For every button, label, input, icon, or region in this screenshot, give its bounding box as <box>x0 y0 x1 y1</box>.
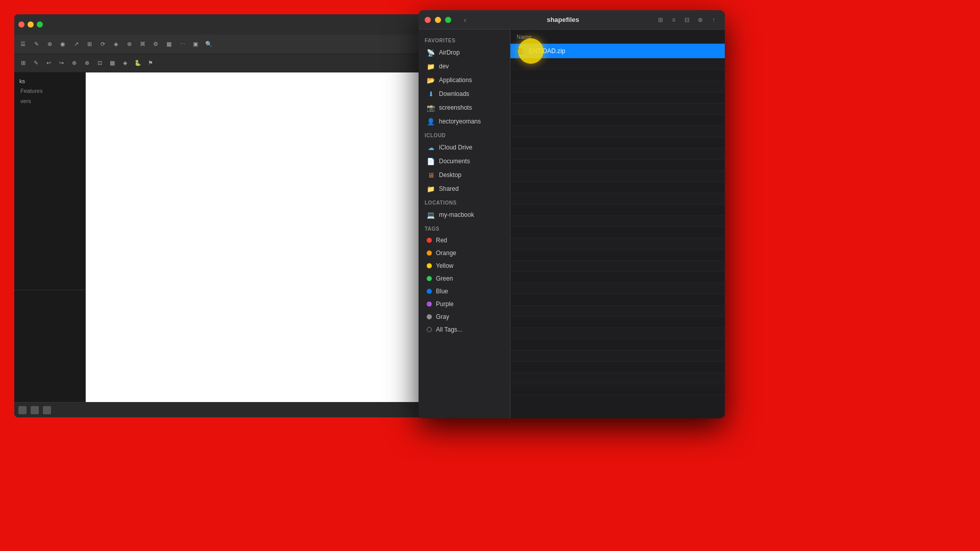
icloud-drive-icon: ☁ <box>427 143 435 152</box>
editor-content-area: ks Features vers <box>14 72 423 402</box>
sidebar-item-documents[interactable]: 📄 Documents <box>421 155 508 168</box>
sidebar-item-tag-red[interactable]: Red <box>421 234 508 246</box>
sidebar-item-icloud-drive[interactable]: ☁ iCloud Drive <box>421 141 508 154</box>
sidebar-item-user[interactable]: 👤 hectoryeomans <box>421 115 508 128</box>
toolbar-icon-14[interactable]: ▣ <box>190 39 201 50</box>
toolbar-b-3[interactable]: ↩ <box>43 58 54 69</box>
status-icon-2[interactable] <box>31 406 39 414</box>
stripe-row-19 <box>510 261 725 272</box>
toolbar-icon-6[interactable]: ⊞ <box>84 39 95 50</box>
stripe-row-21 <box>510 283 725 294</box>
toolbar-b-5[interactable]: ⊕ <box>68 58 80 69</box>
finder-back-button[interactable]: ‹ <box>459 14 471 26</box>
finder-file-list[interactable]: 🗜 ENTIDAD.zip <box>510 44 725 418</box>
finder-minimize-button[interactable] <box>435 17 441 23</box>
red-tag-label: Red <box>436 237 447 244</box>
purple-tag-dot <box>427 302 432 307</box>
stripe-row-29 <box>510 373 725 384</box>
sidebar-item-tag-purple[interactable]: Purple <box>421 298 508 310</box>
sidebar-item-tag-gray[interactable]: Gray <box>421 311 508 323</box>
toolbar-icon-1[interactable]: ☰ <box>17 39 29 50</box>
maximize-button[interactable] <box>37 21 43 28</box>
sidebar-item-desktop[interactable]: 🖥 Desktop <box>421 168 508 182</box>
documents-icon: 📄 <box>427 157 435 165</box>
finder-view-icon-1[interactable]: ⊞ <box>655 15 666 25</box>
sidebar-item-shared[interactable]: 📁 Shared <box>421 182 508 195</box>
stripe-row-2 <box>510 70 725 81</box>
sidebar-item-applications[interactable]: 📂 Applications <box>421 73 508 87</box>
toolbar-icon-11[interactable]: ⚙ <box>150 39 161 50</box>
finder-view-icon-3[interactable]: ⊟ <box>682 15 692 25</box>
orange-tag-dot <box>427 251 432 256</box>
toolbar-icon-15[interactable]: 🔍 <box>203 39 214 50</box>
sidebar-item-ks[interactable]: ks <box>16 77 83 86</box>
finder-share-icon[interactable]: ↑ <box>708 15 719 25</box>
status-icon-3[interactable] <box>43 406 51 414</box>
sidebar-item-tag-yellow[interactable]: Yellow <box>421 260 508 272</box>
green-tag-dot <box>427 276 432 281</box>
downloads-icon: ⬇ <box>427 90 435 98</box>
toolbar-icon-13[interactable]: ⋯ <box>177 39 188 50</box>
stripe-row-4 <box>510 92 725 104</box>
sidebar-item-tag-green[interactable]: Green <box>421 272 508 285</box>
editor-toolbar-bottom: ⊞ ✎ ↩ ↪ ⊕ ⊗ ⊡ ▦ ◈ 🐍 ⚑ <box>14 54 423 72</box>
toolbar-icon-9[interactable]: ⊗ <box>124 39 135 50</box>
finder-main-content: Name 🗜 ENTIDAD.zip <box>510 30 725 418</box>
toolbar-b-11[interactable]: ⚑ <box>145 58 156 69</box>
yellow-tag-dot <box>427 263 432 268</box>
stripe-row-28 <box>510 362 725 373</box>
status-icon-1[interactable] <box>18 406 27 414</box>
editor-canvas[interactable] <box>86 72 423 402</box>
finder-view-icon-4[interactable]: ⊕ <box>695 15 705 25</box>
toolbar-icon-8[interactable]: ◈ <box>110 39 121 50</box>
toolbar-icon-3[interactable]: ⊕ <box>44 39 55 50</box>
stripe-row-5 <box>510 104 725 115</box>
stripe-row-14 <box>510 205 725 216</box>
sidebar-item-dev[interactable]: 📁 dev <box>421 60 508 73</box>
airdrop-icon: 📡 <box>427 48 435 57</box>
finder-column-header: Name <box>510 30 725 44</box>
sidebar-features-label: Features <box>16 86 83 96</box>
toolbar-b-8[interactable]: ▦ <box>107 58 118 69</box>
name-column-header: Name <box>517 34 531 40</box>
zip-file-icon: 🗜 <box>517 47 525 55</box>
sidebar-item-tag-orange[interactable]: Orange <box>421 247 508 259</box>
toolbar-b-1[interactable]: ⊞ <box>17 58 29 69</box>
toolbar-icon-12[interactable]: ▦ <box>163 39 175 50</box>
finder-view-icon-2[interactable]: ≡ <box>669 15 679 25</box>
toolbar-icon-5[interactable]: ↗ <box>70 39 82 50</box>
close-button[interactable] <box>18 21 24 28</box>
macbook-label: my-macbook <box>439 211 474 218</box>
sidebar-item-airdrop[interactable]: 📡 AirDrop <box>421 46 508 59</box>
toolbar-icon-2[interactable]: ✎ <box>31 39 42 50</box>
sidebar-item-macbook[interactable]: 💻 my-macbook <box>421 208 508 221</box>
stripe-row-27 <box>510 350 725 362</box>
sidebar-item-tag-blue[interactable]: Blue <box>421 285 508 297</box>
toolbar-icon-10[interactable]: ⌘ <box>137 39 148 50</box>
stripe-row-10 <box>510 160 725 171</box>
applications-icon: 📂 <box>427 76 435 84</box>
file-item-entidad[interactable]: 🗜 ENTIDAD.zip <box>510 44 725 59</box>
finder-maximize-button[interactable] <box>445 17 451 23</box>
desktop-icon: 🖥 <box>427 171 435 179</box>
toolbar-b-4[interactable]: ↪ <box>56 58 67 69</box>
toolbar-b-2[interactable]: ✎ <box>30 58 41 69</box>
stripe-row-1 <box>510 59 725 70</box>
finder-window: ‹ shapefiles ⊞ ≡ ⊟ ⊕ ↑ Favorites 📡 AirDr… <box>419 10 725 418</box>
minimize-button[interactable] <box>28 21 34 28</box>
stripe-row-11 <box>510 171 725 182</box>
sidebar-item-screenshots[interactable]: 📸 screenshots <box>421 101 508 114</box>
finder-toolbar-icons: ⊞ ≡ ⊟ ⊕ ↑ <box>655 15 719 25</box>
toolbar-b-10[interactable]: 🐍 <box>132 58 143 69</box>
toolbar-b-6[interactable]: ⊗ <box>81 58 92 69</box>
stripe-row-23 <box>510 306 725 317</box>
stripe-row-30 <box>510 384 725 395</box>
yellow-tag-label: Yellow <box>436 262 453 269</box>
toolbar-b-9[interactable]: ◈ <box>119 58 131 69</box>
toolbar-b-7[interactable]: ⊡ <box>94 58 105 69</box>
finder-close-button[interactable] <box>425 17 431 23</box>
sidebar-item-downloads[interactable]: ⬇ Downloads <box>421 87 508 101</box>
toolbar-icon-7[interactable]: ⟳ <box>97 39 108 50</box>
toolbar-icon-4[interactable]: ◉ <box>57 39 68 50</box>
sidebar-item-all-tags[interactable]: All Tags... <box>421 323 508 336</box>
